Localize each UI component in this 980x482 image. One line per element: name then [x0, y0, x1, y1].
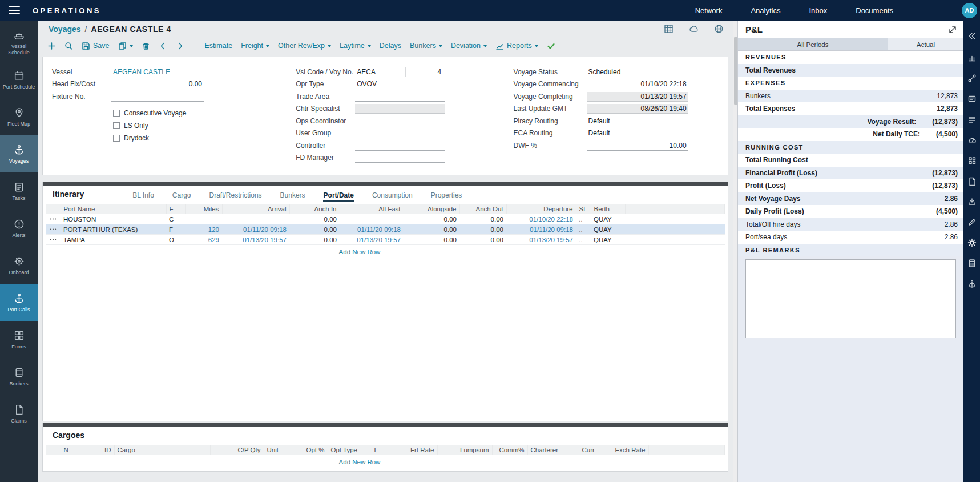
- sidebar-item-claims[interactable]: Claims: [0, 395, 38, 432]
- user-avatar[interactable]: AD: [962, 3, 977, 18]
- cell-alongside[interactable]: 0.00: [404, 214, 459, 224]
- grid-view-icon[interactable]: [664, 24, 674, 34]
- estimate-button[interactable]: Estimate: [205, 42, 233, 50]
- cell-departure[interactable]: 01/11/20 09:18: [506, 224, 576, 235]
- nav-network[interactable]: Network: [695, 6, 723, 15]
- cell-all-fast[interactable]: 01/11/20 09:18: [340, 224, 404, 235]
- cell-arrival[interactable]: [222, 214, 289, 224]
- cell-miles[interactable]: [185, 214, 222, 224]
- save-button[interactable]: Save: [82, 42, 110, 50]
- tab-port-date[interactable]: Port/Date: [323, 188, 354, 202]
- trade-area-field[interactable]: [355, 92, 445, 102]
- route-icon[interactable]: [963, 68, 980, 89]
- edit-icon[interactable]: [963, 212, 980, 232]
- gauge-icon[interactable]: [963, 130, 980, 150]
- anchor-icon[interactable]: [963, 274, 980, 294]
- calculator-icon[interactable]: [963, 253, 980, 274]
- row-menu-button[interactable]: [46, 224, 61, 235]
- cell-f[interactable]: O: [166, 235, 185, 245]
- copy-button[interactable]: [118, 42, 133, 50]
- sidebar-item-tasks[interactable]: Tasks: [0, 172, 38, 210]
- laytime-menu-button[interactable]: Laytime: [340, 42, 371, 50]
- settings-gear-icon[interactable]: [963, 232, 980, 253]
- sidebar-item-port-schedule[interactable]: Port Schedule: [0, 61, 38, 98]
- sidebar-item-fleet-map[interactable]: Fleet Map: [0, 98, 38, 135]
- menu-icon[interactable]: [9, 6, 20, 14]
- cell-departure[interactable]: 01/10/20 22:18: [506, 214, 576, 224]
- globe-icon[interactable]: [714, 24, 724, 34]
- validate-button[interactable]: [547, 42, 555, 50]
- row-menu-button[interactable]: [46, 235, 61, 245]
- tab-consumption[interactable]: Consumption: [372, 188, 413, 202]
- opr-type-field[interactable]: OVOV: [355, 79, 445, 89]
- cell-st[interactable]: ..: [576, 235, 591, 245]
- delete-button[interactable]: [142, 42, 150, 50]
- bar-chart-icon[interactable]: [963, 47, 980, 68]
- bunkers-menu-button[interactable]: Bunkers: [410, 42, 442, 50]
- voyage-commencing-field[interactable]: 01/10/20 22:18: [587, 79, 688, 89]
- tab-bl-info[interactable]: BL Info: [132, 188, 155, 202]
- pnl-remarks-input[interactable]: [745, 259, 956, 338]
- tab-all-periods[interactable]: All Periods: [738, 38, 888, 50]
- inbox-icon[interactable]: [963, 191, 980, 212]
- cell-anch-in[interactable]: 0.00: [289, 235, 340, 245]
- sidebar-item-vessel-schedule[interactable]: Vessel Schedule: [0, 24, 38, 61]
- collapse-panel-icon[interactable]: [963, 26, 980, 46]
- cargoes-add-new-row[interactable]: Add New Row: [43, 455, 676, 469]
- prev-button[interactable]: [159, 42, 167, 50]
- cell-port-name[interactable]: PORT ARTHUR (TEXAS): [61, 224, 166, 235]
- tab-properties[interactable]: Properties: [430, 188, 463, 202]
- cell-miles[interactable]: 120: [185, 224, 222, 235]
- sidebar-item-forms[interactable]: Forms: [0, 321, 38, 358]
- cell-anch-out[interactable]: 0.00: [459, 214, 506, 224]
- console-icon[interactable]: [963, 89, 980, 109]
- tab-bunkers[interactable]: Bunkers: [280, 188, 306, 202]
- fixture-no-field[interactable]: [111, 92, 204, 102]
- deviation-menu-button[interactable]: Deviation: [451, 42, 487, 50]
- scrollbar-thumb[interactable]: [734, 37, 737, 105]
- cell-all-fast[interactable]: [340, 214, 404, 224]
- cell-berth[interactable]: QUAY: [591, 235, 625, 245]
- tab-draft-restrictions[interactable]: Draft/Restrictions: [209, 188, 263, 202]
- dwf-field[interactable]: 10.00: [587, 141, 688, 151]
- qr-grid-icon[interactable]: [963, 150, 980, 171]
- cell-all-fast[interactable]: 01/13/20 19:57: [340, 235, 404, 245]
- cell-anch-out[interactable]: 0.00: [459, 235, 506, 245]
- search-button[interactable]: [64, 42, 73, 50]
- cell-st[interactable]: ..: [576, 214, 591, 224]
- breadcrumb-voyages[interactable]: Voyages: [49, 25, 81, 34]
- document-icon[interactable]: [963, 171, 980, 191]
- sidebar-item-bunkers[interactable]: Bunkers: [0, 358, 38, 395]
- nav-documents[interactable]: Documents: [856, 6, 893, 15]
- checkbox-ls-only[interactable]: LS Only: [113, 122, 296, 130]
- cell-alongside[interactable]: 0.00: [404, 235, 459, 245]
- cell-anch-in[interactable]: 0.00: [289, 224, 340, 235]
- cell-departure[interactable]: 01/13/20 19:57: [506, 235, 576, 245]
- checkbox-consecutive-voyage[interactable]: Consecutive Voyage: [113, 109, 296, 117]
- cell-alongside[interactable]: 0.00: [404, 224, 459, 235]
- expand-panel-icon[interactable]: [948, 25, 956, 33]
- reports-menu-button[interactable]: Reports: [495, 42, 538, 50]
- cell-berth[interactable]: QUAY: [591, 224, 625, 235]
- vessel-field[interactable]: AEGEAN CASTLE: [111, 67, 204, 77]
- cell-berth[interactable]: QUAY: [591, 214, 625, 224]
- controller-field[interactable]: [355, 141, 445, 151]
- voyage-status-field[interactable]: Scheduled: [587, 67, 688, 77]
- ops-coordinator-field[interactable]: [355, 117, 445, 126]
- sidebar-item-onboard[interactable]: Onboard: [0, 247, 38, 284]
- vsl-code-field[interactable]: AECA: [355, 67, 405, 77]
- sidebar-item-port-calls[interactable]: Port Calls: [0, 284, 38, 321]
- voy-no-field[interactable]: 4: [405, 67, 445, 77]
- eca-routing-field[interactable]: Default: [587, 128, 688, 138]
- add-button[interactable]: [47, 42, 56, 50]
- sidebar-item-alerts[interactable]: Alerts: [0, 210, 38, 247]
- cell-arrival[interactable]: 01/13/20 19:57: [222, 235, 289, 245]
- cell-f[interactable]: C: [166, 214, 185, 224]
- delays-button[interactable]: Delays: [380, 42, 401, 50]
- piracy-routing-field[interactable]: Default: [587, 117, 688, 126]
- nav-inbox[interactable]: Inbox: [809, 6, 827, 15]
- vertical-scrollbar[interactable]: [733, 21, 737, 482]
- cell-miles[interactable]: 629: [185, 235, 222, 245]
- checkbox-drydock[interactable]: Drydock: [113, 134, 296, 142]
- other-rev-exp-menu-button[interactable]: Other Rev/Exp: [278, 42, 331, 50]
